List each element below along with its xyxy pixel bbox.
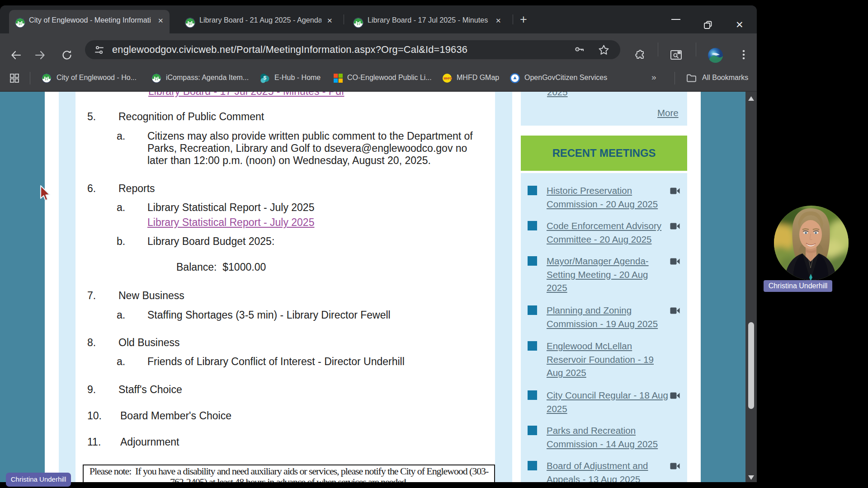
svg-text:S: S — [264, 75, 267, 80]
svg-text:MHFD: MHFD — [443, 77, 452, 80]
